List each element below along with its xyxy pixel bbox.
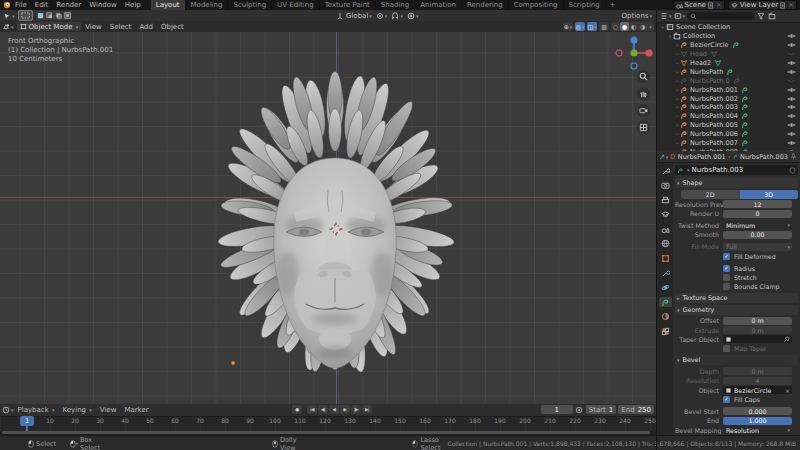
workspace-tab-texture-paint[interactable]: Texture Paint [320,0,376,10]
show-gizmo-dropdown[interactable]: ⊕▾ [563,22,573,31]
workspace-tab-sculpting[interactable]: Sculpting [228,0,272,10]
panel-header-geometry[interactable]: ▾Geometry [675,305,798,315]
shading-material-icon[interactable]: ◐ [629,22,638,31]
snap-magnet-icon[interactable]: ▾ [391,12,403,20]
gizmo-z-axis[interactable] [630,36,637,43]
outliner-row-nurbspath-005[interactable]: •NurbsPath.005 [657,121,800,130]
object-field[interactable]: BezierCircle× [723,386,792,394]
eyedropper-icon[interactable] [783,336,792,343]
vp-menu-view[interactable]: View [81,23,106,31]
panel-header-texture-space[interactable]: ▸Texture Space [675,293,798,303]
properties-tab-world[interactable] [659,239,672,249]
keying-set-icon[interactable] [575,405,584,414]
options-dropdown[interactable]: Options▾ [621,12,652,20]
gizmo-y-axis[interactable] [630,49,637,56]
workspace-tab-scripting[interactable]: Scripting [564,0,606,10]
properties-editor-icon[interactable]: ▾ [659,152,668,161]
new-collection-icon[interactable] [767,12,776,21]
eye-visible-icon[interactable] [787,95,800,103]
dropdown-field[interactable]: Full▾ [723,243,792,251]
fake-user-shield-icon[interactable] [789,167,796,174]
mode-dropdown[interactable]: Object Mode▾ [17,22,82,31]
proportional-edit-icon[interactable]: ▾ [407,12,419,20]
properties-tab-output[interactable] [659,195,672,205]
menu-file[interactable]: File [11,1,31,9]
outliner-filter-mode-icon[interactable]: ▾ [674,12,686,21]
dropdown-field[interactable]: Resolution▾ [723,426,792,434]
select-mode-new-icon[interactable] [36,11,45,20]
timeline-scrollbar-thumb[interactable] [2,431,650,434]
eye-visible-icon[interactable] [787,130,800,138]
shading-dropdown-icon[interactable]: ▾ [647,22,654,31]
eye-visible-icon[interactable] [787,121,800,129]
workspace-tab-compositing[interactable]: Compositing [509,0,564,10]
outliner-row-collection[interactable]: ▾Collection [657,32,800,41]
data-name-field[interactable]: ▾ NurbsPath.003 [675,165,798,175]
outliner-row-nurbspath-0[interactable]: •NurbsPath.0 [657,76,800,85]
menu-window[interactable]: Window [85,1,121,9]
gizmo-minus-x-axis[interactable] [616,50,622,56]
checkbox-stretch[interactable] [723,274,730,281]
value-field[interactable]: 0.000 [723,407,792,415]
transform-orientation-dropdown[interactable]: Global▾ [336,12,372,20]
jump-end-button[interactable]: ▶| [362,405,372,414]
pivot-point-dropdown[interactable]: ▾ [376,12,388,20]
outliner-row-nurbspath[interactable]: •NurbsPath [657,67,800,76]
eye-visible-icon[interactable] [787,68,800,76]
workspace-tab-layout[interactable]: Layout [151,0,186,10]
gizmo-x-axis[interactable] [645,49,652,56]
ortho-toggle-icon[interactable] [637,121,650,134]
outliner-row-beziercircle[interactable]: •BezierCircle [657,41,800,50]
eye-visible-icon[interactable] [787,59,800,67]
panel-header-shape[interactable]: ▾Shape [675,178,798,188]
unlink-scene-icon[interactable]: × [716,1,722,9]
pan-hand-icon[interactable] [637,87,650,100]
workspace-tab-uv-editing[interactable]: UV Editing [272,0,320,10]
tl-menu-marker[interactable]: Marker [120,406,152,414]
properties-tab-tool[interactable] [659,166,672,176]
tl-menu-view[interactable]: View [96,406,121,414]
dropdown-field[interactable]: Minimum▾ [723,221,792,229]
editor-type-icon[interactable]: ▾ [3,11,15,20]
outliner-row-nurbspath-006[interactable]: •NurbsPath.006 [657,130,800,139]
tl-menu-keying[interactable]: Keying ▾ [59,406,96,414]
properties-tab-object[interactable] [659,254,672,264]
panel-divider[interactable] [656,10,657,450]
properties-tab-physics[interactable] [659,283,672,293]
workspace-tab-rendering[interactable]: Rendering [462,0,509,10]
menu-help[interactable]: Help [121,1,145,9]
next-keyframe-button[interactable]: |▶ [351,405,361,414]
gizmo-minus-z-axis[interactable] [631,63,637,69]
start-frame-field[interactable]: Start1 [586,405,617,414]
view-layer-selector[interactable]: View Layer × [728,0,797,10]
outliner-row-nurbspath-004[interactable]: •NurbsPath.004 [657,112,800,121]
value-field[interactable]: 0 m [723,317,792,325]
show-overlays-dropdown[interactable]: ◎▾ [575,22,585,31]
object-field[interactable] [723,335,792,343]
current-frame-field[interactable]: 1 [541,405,573,414]
outliner-row-head[interactable]: •Head [657,50,800,59]
properties-tab-material[interactable] [659,312,672,322]
workspace-tab-animation[interactable]: Animation [415,0,462,10]
menu-render[interactable]: Render [52,1,85,9]
select-mode-extend-icon[interactable] [45,11,54,20]
properties-tab-modifiers[interactable] [659,268,672,278]
checkbox-fill-deformed[interactable]: ✓ [723,253,730,260]
vp-menu-select[interactable]: Select [106,23,136,31]
outliner-display-mode-icon[interactable]: ▾ [660,12,672,21]
prev-keyframe-button[interactable]: ◀| [318,405,328,414]
lion-head-model[interactable] [216,62,456,382]
vp-menu-object[interactable]: Object [157,23,188,31]
select-mode-invert-icon[interactable] [63,11,72,20]
properties-tab-texture[interactable] [659,327,672,337]
shading-rendered-icon[interactable]: ◑ [638,22,647,31]
properties-tab-object-data[interactable] [659,297,672,307]
shading-wireframe-icon[interactable]: ○ [611,22,620,31]
new-scene-icon[interactable] [708,2,714,9]
checkbox-radius[interactable]: ✓ [723,265,730,272]
value-field[interactable]: 0 m [723,367,792,375]
eye-hidden-icon[interactable] [787,50,800,58]
properties-tab-scene[interactable] [659,224,672,234]
blender-logo-icon[interactable] [2,1,11,10]
eye-visible-icon[interactable] [787,103,800,111]
